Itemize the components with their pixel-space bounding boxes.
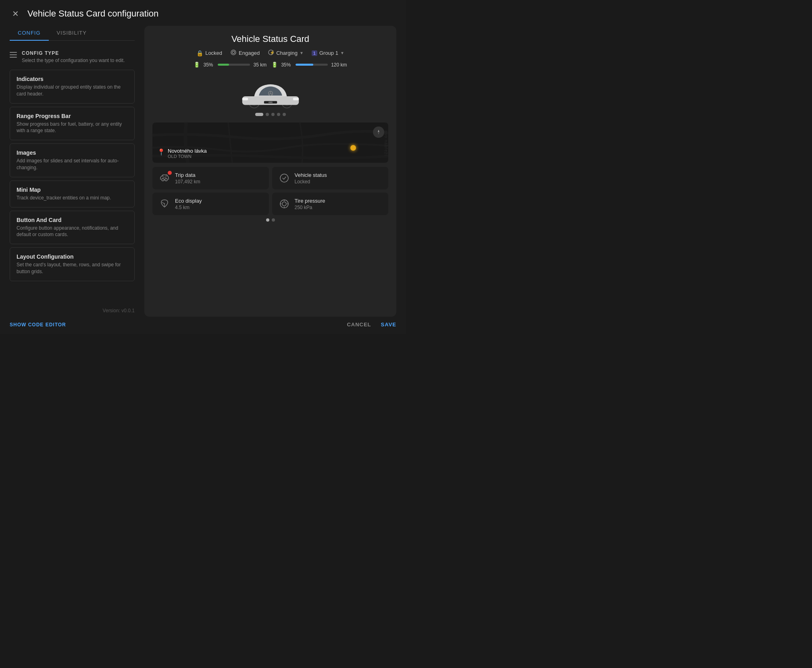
slide-dot-2[interactable] (266, 113, 269, 116)
progress-bars-row: 🔋 35% 35 km 🔋 35% 120 km (152, 62, 388, 68)
map-location-info: 📍 Novotného lávka OLD TOWN (157, 148, 207, 159)
slide-dot-5[interactable] (283, 113, 286, 116)
dialog-content: CONFIG VISIBILITY CONFIG TYPE Sel (0, 26, 406, 317)
page-dot-2[interactable] (272, 218, 275, 222)
tabs-container: CONFIG VISIBILITY (10, 26, 135, 41)
compass-icon (373, 127, 384, 138)
dialog-container: ✕ Vehicle Status Card configuration CONF… (0, 0, 406, 334)
action-tile-trip[interactable]: Trip data 107,492 km (152, 167, 269, 189)
trip-notification-badge (168, 171, 172, 175)
svg-rect-1 (10, 54, 17, 55)
hamburger-icon (10, 52, 17, 59)
battery1-pct: 35% (203, 62, 214, 68)
car-image: AMG (234, 73, 307, 113)
config-type-sublabel: Select the type of configuration you wan… (22, 58, 125, 63)
menu-item-indicators[interactable]: Indicators Display individual or grouped… (10, 70, 135, 104)
vehicle-status-tile-title: Vehicle status (295, 172, 327, 178)
slide-dot-4[interactable] (277, 113, 280, 116)
trip-tile-title: Trip data (175, 172, 200, 178)
battery2-icon: 🔋 (271, 62, 278, 68)
menu-items-list: Indicators Display individual or grouped… (10, 70, 135, 303)
status-group[interactable]: 1 Group 1 ▼ (312, 50, 344, 56)
dialog-header: ✕ Vehicle Status Card configuration (0, 0, 406, 26)
menu-item-button-card[interactable]: Button And Card Configure button appeara… (10, 211, 135, 245)
action-tile-eco[interactable]: Eco display 4.5 km (152, 193, 269, 215)
svg-rect-13 (242, 98, 248, 100)
right-panel: Vehicle Status Card 🔒 Locked (144, 26, 396, 317)
svg-point-23 (280, 174, 288, 182)
svg-rect-2 (10, 57, 17, 58)
menu-item-mini-map[interactable]: Mini Map Track device_tracker entities o… (10, 180, 135, 207)
tire-pressure-tile-value: 250 kPa (295, 205, 325, 210)
slide-dot-1[interactable] (255, 113, 263, 116)
battery1-fill (218, 64, 229, 66)
preview-card-title: Vehicle Status Card (152, 34, 388, 44)
group-badge: 1 (312, 50, 317, 56)
map-pin-icon: 📍 (157, 148, 165, 156)
status-charging[interactable]: ⚡ Charging ▼ (268, 49, 304, 57)
trip-icon (158, 172, 171, 185)
status-locked-label: Locked (205, 50, 222, 56)
menu-item-range-progress[interactable]: Range Progress Bar Show progress bars fo… (10, 107, 135, 141)
cancel-button[interactable]: CANCEL (347, 322, 371, 328)
battery2-fill (296, 64, 313, 66)
preview-card: Vehicle Status Card 🔒 Locked (144, 26, 396, 317)
battery2-km: 120 km (331, 62, 347, 68)
menu-item-layout-config[interactable]: Layout Configuration Set the card's layo… (10, 247, 135, 281)
map-street-text: ovo nábřeží (384, 131, 388, 156)
battery2-group: 🔋 35% 120 km (271, 62, 347, 68)
trip-tile-value: 107,492 km (175, 179, 200, 185)
status-engaged: Engaged (230, 49, 260, 57)
config-type-row: CONFIG TYPE Select the type of configura… (10, 47, 135, 70)
close-button[interactable]: ✕ (10, 8, 21, 19)
status-locked: 🔒 Locked (196, 50, 222, 56)
dialog-title: Vehicle Status Card configuration (27, 8, 158, 19)
svg-point-21 (162, 178, 164, 181)
eco-tile-value: 4.5 km (175, 205, 202, 210)
action-tile-tire-pressure[interactable]: Tire pressure 250 kPa (272, 193, 389, 215)
menu-item-images[interactable]: Images Add images for slides and set int… (10, 143, 135, 177)
eco-tile-title: Eco display (175, 198, 202, 204)
svg-point-22 (165, 178, 167, 181)
mini-map[interactable]: 📍 Novotného lávka OLD TOWN ovo nábřeží (152, 122, 388, 163)
charging-icon: ⚡ (268, 49, 274, 57)
svg-text:AMG: AMG (268, 102, 273, 104)
battery1-bar (218, 64, 250, 66)
svg-point-3 (231, 50, 236, 55)
footer-actions: CANCEL SAVE (347, 322, 396, 328)
save-button[interactable]: SAVE (381, 322, 396, 328)
group-dropdown-icon: ▼ (340, 51, 344, 55)
status-engaged-label: Engaged (239, 50, 260, 56)
svg-rect-14 (293, 98, 298, 100)
charging-dropdown-icon: ▼ (300, 51, 304, 55)
action-tiles-grid: Trip data 107,492 km Vehicle stat (152, 167, 388, 215)
tab-config[interactable]: CONFIG (10, 26, 49, 41)
map-location-dot (350, 145, 356, 151)
page-dot-1[interactable] (266, 218, 269, 222)
svg-point-25 (282, 202, 286, 206)
car-image-area: AMG (152, 73, 388, 119)
slide-dots (255, 113, 286, 116)
left-panel: CONFIG VISIBILITY CONFIG TYPE Sel (10, 26, 135, 317)
status-indicators-row: 🔒 Locked Engaged (152, 49, 388, 57)
status-group-label: Group 1 (319, 50, 338, 56)
svg-text:⚡: ⚡ (270, 50, 274, 55)
version-text: Version: v0.0.1 (10, 303, 135, 317)
battery1-group: 🔋 35% 35 km (194, 62, 267, 68)
battery2-pct: 35% (281, 62, 292, 68)
tire-pressure-icon (278, 197, 291, 210)
battery2-bar (296, 64, 328, 66)
map-location-sub: OLD TOWN (168, 154, 207, 159)
slide-dot-3[interactable] (271, 113, 275, 116)
tab-visibility[interactable]: VISIBILITY (49, 26, 95, 41)
vehicle-status-icon (278, 172, 291, 185)
action-tile-vehicle-status[interactable]: Vehicle status Locked (272, 167, 389, 189)
status-charging-label: Charging (276, 50, 298, 56)
battery1-icon: 🔋 (194, 62, 200, 68)
tire-pressure-tile-title: Tire pressure (295, 198, 325, 204)
eco-icon (158, 197, 171, 210)
page-dots (152, 218, 388, 222)
show-code-editor-button[interactable]: SHOW CODE EDITOR (10, 322, 66, 328)
map-location-name: Novotného lávka (168, 148, 207, 154)
vehicle-status-tile-value: Locked (295, 179, 327, 185)
